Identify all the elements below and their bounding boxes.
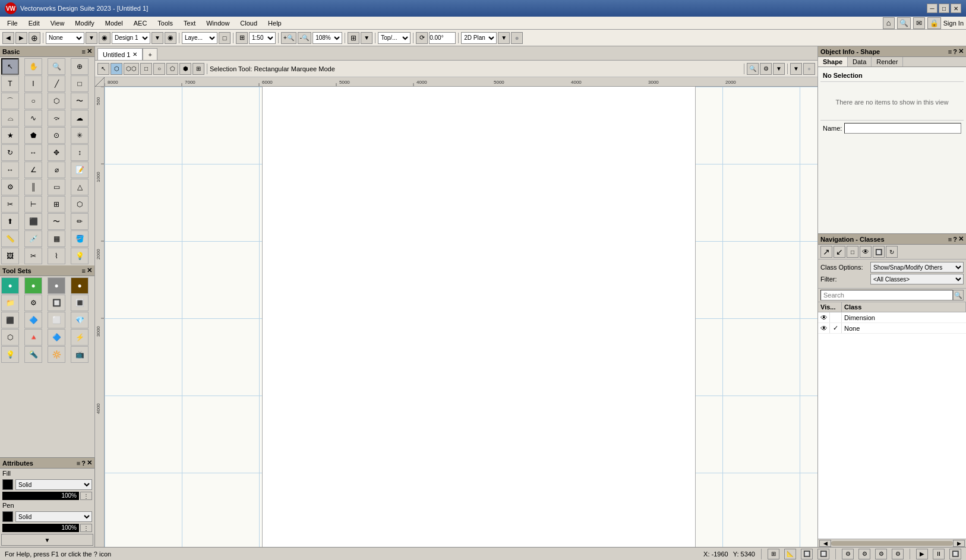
measure-tool[interactable]: 📏 (1, 230, 19, 247)
pen-color-swatch[interactable] (2, 511, 13, 522)
deform-tool[interactable]: ⌇ (48, 248, 65, 264)
nav-item-dimension[interactable]: 👁 Dimension (818, 312, 966, 323)
status-btn-5[interactable]: ⚙ (842, 549, 854, 559)
scale-tool[interactable]: ↕ (71, 144, 89, 161)
nav-view-btn3[interactable]: □ (847, 246, 858, 258)
ts-btn-6[interactable]: ⚙ (24, 295, 42, 311)
nav-question-icon[interactable]: ? (953, 236, 957, 243)
menu-window[interactable]: Window (201, 18, 234, 28)
dimension-vis-cell[interactable]: 👁 (818, 312, 830, 322)
mode-btn-rect[interactable]: □ (140, 63, 152, 75)
ts-btn-18[interactable]: 🔦 (24, 346, 42, 363)
cloud-tool[interactable]: ☁ (71, 110, 89, 126)
attr-close-icon[interactable]: ✕ (87, 459, 92, 467)
nav-scroll-right[interactable]: ▶ (953, 540, 965, 547)
nav-search-input[interactable] (820, 290, 953, 300)
ts-btn-5[interactable]: 📁 (1, 295, 19, 311)
zoom-selector[interactable]: 108% (312, 32, 342, 44)
plan-mode-selector[interactable]: 2D Plan (461, 32, 497, 44)
snap-palette-button[interactable]: ⊕ (29, 32, 40, 44)
nav-refresh-btn[interactable]: ↻ (886, 246, 898, 258)
menu-view[interactable]: View (46, 18, 70, 28)
attr-controls[interactable]: ≡ ? ✕ (77, 459, 92, 467)
fillet-tool[interactable]: ⌓ (1, 110, 19, 126)
mode-btn-circle[interactable]: ○ (153, 63, 165, 75)
none-vis-cell[interactable]: 👁 (818, 323, 830, 333)
spiral-tool[interactable]: ✳ (71, 127, 89, 144)
doc-tab-untitled1[interactable]: Untitled 1 ✕ (97, 48, 143, 60)
obj-info-question-icon[interactable]: ? (953, 48, 957, 55)
mode-settings-btn[interactable]: ⚙ (760, 63, 772, 75)
mode-btn-lasso[interactable]: ⬠ (166, 63, 178, 75)
close-button[interactable]: ✕ (951, 4, 961, 13)
nav-edit-btn[interactable]: 🔲 (873, 246, 885, 258)
text-tool[interactable]: T (1, 75, 19, 92)
nav-item-none[interactable]: 👁 ✓ None (818, 323, 966, 334)
status-btn-6[interactable]: ⚙ (858, 549, 870, 559)
tool-sets-controls[interactable]: ≡ ✕ (82, 267, 92, 274)
nav-menu-icon[interactable]: ≡ (948, 236, 952, 243)
extrude-tool[interactable]: ⬛ (24, 213, 42, 230)
poly-tool[interactable]: ⬡ (48, 93, 65, 109)
mirror-tool[interactable]: ↔ (24, 144, 42, 161)
zoom-in-button[interactable]: +🔍 (281, 32, 296, 44)
ts-btn-13[interactable]: ⬡ (1, 329, 19, 346)
view-selector[interactable]: Top/... (378, 32, 411, 44)
filter-select[interactable]: <All Classes> (870, 274, 964, 284)
titlebar-controls[interactable]: ─ □ ✕ (927, 4, 961, 13)
panel-close-icon[interactable]: ✕ (87, 48, 92, 55)
rect-tool[interactable]: □ (71, 75, 89, 92)
light-tool[interactable]: 💡 (71, 248, 89, 264)
fill-color-swatch[interactable] (2, 479, 13, 490)
mode-btn-poly[interactable]: ⬡ (111, 63, 122, 75)
mode-btn-fence[interactable]: ⬢ (179, 63, 191, 75)
mode-render-btn[interactable]: ▼ (790, 63, 802, 75)
obj-info-controls[interactable]: ≡ ? ✕ (948, 48, 964, 55)
layer-visibility-btn[interactable]: ◉ (165, 32, 176, 44)
spline-tool[interactable]: 〜 (71, 93, 89, 109)
irregular-poly[interactable]: ⬟ (24, 127, 42, 144)
active-toggle[interactable]: ● (511, 32, 523, 44)
push-pull[interactable]: ⬆ (1, 213, 19, 230)
note-tool[interactable]: 📝 (71, 162, 89, 178)
ts-btn-4[interactable]: ● (71, 277, 89, 294)
forward-button[interactable]: ▶ (15, 32, 27, 44)
pen-options-btn[interactable]: ⋮ (80, 524, 92, 532)
scale-icon[interactable]: ⊞ (236, 32, 248, 44)
lock-icon[interactable]: 🔒 (927, 17, 941, 29)
zoom-tool[interactable]: 🔍 (48, 58, 65, 75)
circle-tool[interactable]: ○ (24, 93, 42, 109)
rotation-icon[interactable]: ⟳ (416, 32, 428, 44)
status-btn-8[interactable]: ⚙ (892, 549, 904, 559)
select-tool[interactable]: ↖ (1, 58, 19, 75)
panel-controls[interactable]: ≡ ✕ (82, 48, 92, 55)
menu-aec[interactable]: AEC (129, 18, 152, 28)
paint-bucket[interactable]: 🪣 (71, 230, 89, 247)
menu-model[interactable]: Model (100, 18, 128, 28)
status-btn-2[interactable]: 📐 (784, 549, 796, 559)
bezier-tool[interactable]: ⤼ (48, 110, 65, 126)
scale-selector[interactable]: 1:50 (249, 32, 276, 44)
status-btn-3[interactable]: 🔲 (801, 549, 813, 559)
ts-btn-15[interactable]: 🔷 (48, 329, 65, 346)
ts-btn-8[interactable]: 🔳 (71, 295, 89, 311)
nurbs-tool[interactable]: ∿ (24, 110, 42, 126)
name-input[interactable] (844, 123, 961, 134)
layer-options-btn[interactable]: ▼ (151, 32, 163, 44)
menu-modify[interactable]: Modify (70, 18, 99, 28)
ts-btn-7[interactable]: 🔲 (48, 295, 65, 311)
search-docs-icon[interactable]: 🔍 (897, 17, 911, 29)
viewport-btn[interactable]: □ (219, 32, 231, 44)
hatch-tool[interactable]: ▦ (48, 230, 65, 247)
star-tool[interactable]: ★ (1, 127, 19, 144)
menu-text[interactable]: Text (179, 18, 200, 28)
mode-search-btn[interactable]: 🔍 (747, 63, 759, 75)
home-icon[interactable]: ⌂ (883, 17, 895, 29)
mode-btn-arrow[interactable]: ↖ (97, 63, 109, 75)
ts-btn-12[interactable]: 💎 (71, 312, 89, 328)
zoom-out-button[interactable]: -🔍 (298, 32, 311, 44)
attr-question-icon[interactable]: ? (81, 460, 86, 467)
move-tool[interactable]: ✥ (48, 144, 65, 161)
class-options-select[interactable]: Show/Snap/Modify Others (870, 262, 964, 273)
drawing-area[interactable] (105, 87, 817, 547)
